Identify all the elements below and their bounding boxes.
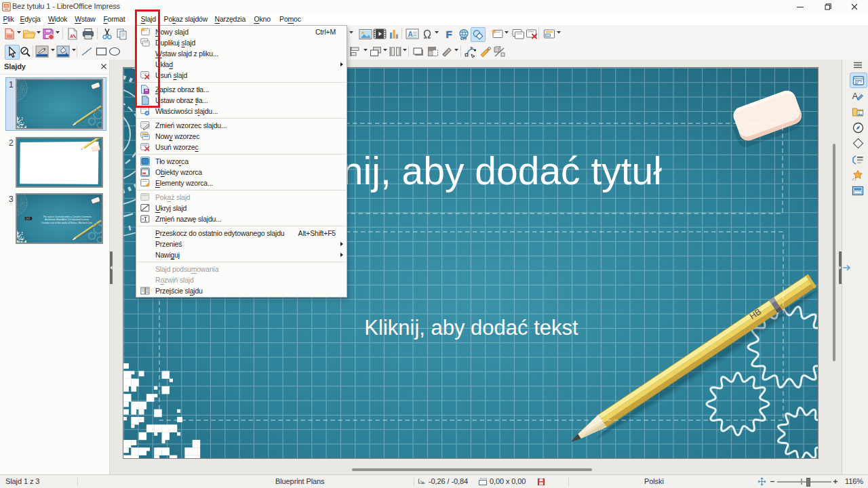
hyperlink-icon[interactable] — [457, 27, 471, 41]
insert-chart-icon[interactable] — [387, 27, 401, 41]
menubar-item-widok[interactable]: Widok — [48, 15, 67, 23]
glue-points-icon[interactable] — [479, 45, 492, 58]
sidebar-animation-icon[interactable] — [850, 168, 866, 182]
zoom-out-button[interactable] — [769, 476, 776, 487]
menu-item-usuń-slajd[interactable]: Usuń slajd — [136, 70, 347, 81]
crop-icon[interactable] — [426, 45, 439, 58]
sidebar-transition-icon[interactable] — [850, 152, 866, 167]
fill-color-dropdown[interactable] — [71, 43, 77, 56]
panel-splitter-handle[interactable] — [110, 251, 113, 284]
menu-item-ustaw-obraz-tła[interactable]: Ustaw obraz tła... — [136, 95, 347, 106]
slide-thumbnail-preview[interactable]: The work is licensed under a Creative Co… — [16, 193, 103, 244]
menu-item-układ[interactable]: Układ — [136, 59, 347, 70]
zoom-icon[interactable] — [18, 45, 32, 58]
sidebar-properties-icon[interactable] — [850, 73, 867, 88]
master-slide-icon[interactable] — [542, 27, 556, 41]
transform-dropdown[interactable] — [454, 43, 459, 56]
open-dropdown[interactable] — [36, 25, 41, 39]
transform-icon[interactable] — [440, 45, 454, 58]
menu-item-tło-wzorca[interactable]: Tło wzorca — [136, 156, 347, 167]
sidebar-navigator-icon[interactable] — [850, 121, 866, 135]
sidebar-styles-icon[interactable]: A — [850, 89, 866, 103]
sidebar-settings-icon[interactable] — [850, 58, 866, 72]
sidebar-shapes-icon[interactable] — [850, 136, 866, 150]
cut-icon[interactable] — [100, 27, 114, 41]
menu-item-rozwiń-slajd[interactable]: Rozwiń slajd — [136, 274, 347, 285]
copy-icon[interactable] — [115, 27, 129, 41]
menubar-item-wstaw[interactable]: Wstaw — [75, 15, 96, 23]
insert-media-icon[interactable] — [373, 27, 387, 41]
menu-item-przeskocz-do-ostatnio-edytowanego-slajdu[interactable]: Przeskocz do ostatnio edytowanego slajdu… — [136, 228, 347, 239]
menubar-item-edycja[interactable]: Edycja — [20, 15, 40, 23]
menubar-item-pomoc[interactable]: Pomoc — [279, 15, 301, 23]
shadow-icon[interactable] — [412, 45, 425, 58]
zoom-slider-thumb[interactable] — [806, 478, 810, 487]
zoom-slider-track[interactable] — [777, 481, 831, 483]
zoom-in-button[interactable] — [832, 476, 839, 487]
horizontal-scrollbar[interactable] — [352, 468, 592, 471]
menu-item-zmień-nazwę-slajdu[interactable]: Zmień nazwę slajdu... — [136, 214, 347, 224]
toggle-extrusion-icon[interactable] — [493, 45, 507, 58]
export-pdf-icon[interactable]: A — [66, 27, 79, 41]
slide-thumbnail-preview[interactable] — [16, 79, 103, 129]
sidebar-gallery-icon[interactable] — [850, 104, 866, 119]
distribute-dropdown[interactable] — [402, 43, 408, 56]
select-icon[interactable] — [5, 45, 20, 60]
special-character-dropdown[interactable] — [434, 25, 439, 39]
master-slide-dropdown[interactable] — [556, 25, 561, 39]
distribute-icon[interactable] — [389, 45, 402, 58]
menu-item-ukryj-slajd[interactable]: Ukryj slajd — [136, 203, 347, 214]
menubar-item-okno[interactable]: Okno — [254, 15, 271, 23]
fit-slide-icon[interactable] — [757, 477, 766, 486]
open-icon[interactable] — [22, 27, 36, 41]
menu-item-wstaw-slajd-z-pliku[interactable]: Wstaw slajd z pliku... — [136, 48, 347, 59]
menu-item-właściwości-slajdu[interactable]: Właściwości slajdu... — [136, 106, 347, 117]
menu-item-elementy-wzorca[interactable]: Elementy wzorca... — [136, 178, 347, 188]
insert-textbox-icon[interactable]: A — [406, 27, 419, 41]
menu-item-obiekty-wzorca[interactable]: Obiekty wzorca — [136, 167, 347, 178]
menu-item-duplikuj-slajd[interactable]: Duplikuj slajd — [136, 37, 347, 48]
save-dropdown[interactable] — [55, 25, 60, 39]
show-draw-functions-icon[interactable] — [471, 27, 486, 42]
menubar-item-format[interactable]: Format — [103, 15, 125, 23]
slide-thumbnail-3[interactable]: 3 The work is licensed under a Creative … — [6, 192, 106, 245]
new-slide-dropdown[interactable] — [504, 25, 509, 39]
menu-item-pokaż-slajd[interactable]: Pokaż slajd — [136, 192, 347, 203]
new-slide-icon[interactable] — [490, 27, 504, 41]
insert-line-icon[interactable] — [80, 45, 94, 58]
line-color-icon[interactable] — [35, 45, 49, 58]
insert-image-icon[interactable] — [359, 27, 372, 41]
menu-item-zmień-wzorzec-slajdu[interactable]: Zmień wzorzec slajdu... — [136, 120, 347, 131]
menu-item-nowy-wzorzec[interactable]: Nowy wzorzec — [136, 131, 347, 142]
align-dropdown[interactable] — [363, 43, 368, 56]
sidebar-master-icon[interactable] — [850, 184, 866, 198]
duplicate-slide-icon[interactable] — [511, 27, 525, 41]
menubar-item-narz-dzia[interactable]: Narzędzia — [215, 15, 245, 23]
delete-slide-icon[interactable] — [525, 27, 538, 41]
rectangle-icon[interactable] — [94, 45, 108, 58]
close-button[interactable] — [841, 0, 868, 14]
edit-points-icon[interactable] — [464, 45, 477, 58]
menu-item-przenieś[interactable]: Przenieś — [136, 239, 347, 249]
slide-thumbnail-preview[interactable] — [16, 137, 103, 188]
fill-color-icon[interactable] — [56, 45, 70, 58]
menu-item-nowy-slajd[interactable]: Nowy slajdCtrl+M — [136, 26, 347, 37]
arrange-dropdown[interactable] — [382, 43, 388, 56]
menu-item-nawiguj[interactable]: Nawiguj — [136, 249, 347, 260]
restore-button[interactable] — [814, 0, 841, 14]
menubar-item-plik[interactable]: Plik — [3, 15, 14, 23]
minimize-button[interactable] — [787, 0, 814, 14]
status-language[interactable]: Polski — [644, 477, 664, 485]
close-icon[interactable] — [100, 62, 108, 70]
new-document-icon[interactable] — [3, 27, 16, 41]
line-color-dropdown[interactable] — [50, 43, 56, 56]
menu-item-usuń-wzorzec[interactable]: Usuń wzorzec — [136, 142, 347, 152]
ellipse-icon[interactable] — [108, 45, 121, 58]
align-icon[interactable] — [349, 45, 363, 58]
slide-thumbnail-1[interactable]: 1 — [6, 78, 106, 130]
menu-item-slajd-podsumowania[interactable]: Slajd podsumowania — [136, 264, 347, 274]
print-icon[interactable] — [81, 27, 95, 41]
special-character-icon[interactable] — [420, 27, 434, 41]
menu-item-zapisz-obraz-tła[interactable]: Zapisz obraz tła... — [136, 84, 347, 95]
vertical-scrollbar[interactable] — [833, 144, 835, 361]
